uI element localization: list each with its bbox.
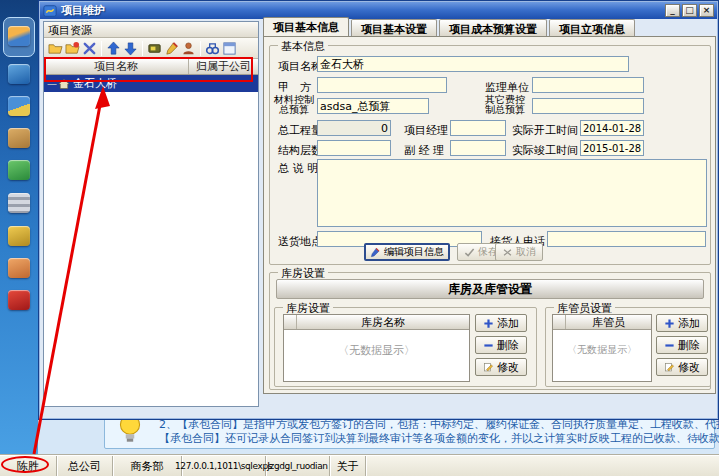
move-down-icon[interactable] <box>122 40 139 57</box>
tab-content-basic-info: 基本信息 项目名称* 甲 方 监理单位 材料控制总预算 其它费控制总预算 总工程… <box>263 36 716 394</box>
cancel-x-icon <box>502 247 513 258</box>
close-button[interactable]: × <box>699 4 714 17</box>
tag-icon[interactable] <box>146 40 163 57</box>
keeper-modify-button[interactable]: 修改 <box>656 358 708 376</box>
end-date-input[interactable] <box>580 140 644 156</box>
description-textarea[interactable] <box>317 159 707 227</box>
status-bar: 陈胜 总公司 商务部 127.0.0.1,1011\sqlexps Jzgdgl… <box>0 455 719 476</box>
basic-info-group-title: 基本信息 <box>278 39 328 54</box>
start-date-input[interactable] <box>580 120 644 136</box>
floors-input[interactable] <box>317 140 391 156</box>
cancel-button: 取消 <box>495 243 543 261</box>
cash-icon[interactable] <box>8 160 30 180</box>
receiver-phone-input[interactable] <box>547 231 706 247</box>
keeper-grid-header: 库管员 <box>553 315 651 330</box>
open-folder-icon[interactable] <box>47 40 64 57</box>
minimize-button[interactable]: _ <box>665 4 680 17</box>
tab-basic-settings[interactable]: 项目基本设置 <box>351 19 437 36</box>
package-icon[interactable] <box>8 128 30 148</box>
save-check-icon <box>464 247 475 258</box>
edit-pen-icon <box>370 247 381 258</box>
solar-panel-icon[interactable] <box>8 96 30 116</box>
supervisor-input[interactable] <box>532 77 644 93</box>
keeper-add-button[interactable]: 添加 <box>656 314 708 332</box>
toolbar-separator <box>200 41 201 56</box>
toolbar-separator <box>142 41 143 56</box>
party-a-label: 甲 方 <box>278 80 311 95</box>
project-manager-label: 项目经理 <box>404 123 448 138</box>
material-budget-label: 材料控制总预算 <box>274 95 314 115</box>
minus-icon <box>483 340 494 351</box>
list-icon[interactable] <box>8 193 30 213</box>
store-column-header[interactable]: 库房名称 <box>297 315 469 329</box>
window-title: 项目维护 <box>61 3 105 18</box>
party-a-input[interactable] <box>317 77 447 93</box>
preview-icon[interactable] <box>221 40 238 57</box>
total-quantity-label: 总工程量 <box>278 123 322 138</box>
store-grid-header: 库房名称 <box>284 315 469 330</box>
store-settings-group: 库房设置 库房名称 〈无数据显示〉 添加 删除 <box>274 307 537 387</box>
modify-icon <box>483 362 494 373</box>
worker-icon[interactable] <box>8 26 30 46</box>
deputy-manager-input[interactable] <box>450 140 506 156</box>
tab-strip: 项目基本信息 项目基本设置 项目成本预算设置 项目立项信息 <box>263 17 637 36</box>
store-modify-button[interactable]: 修改 <box>475 358 527 376</box>
modify-icon <box>664 362 675 373</box>
window-icon <box>43 4 57 18</box>
toolbox-icon[interactable] <box>8 290 30 310</box>
material-budget-input[interactable] <box>317 98 429 114</box>
move-up-icon[interactable] <box>105 40 122 57</box>
other-budget-input[interactable] <box>532 98 644 114</box>
description-label: 总 说 明 <box>278 161 318 176</box>
tab-basic-info[interactable]: 项目基本信息 <box>263 17 349 36</box>
keeper-column-header[interactable]: 库管员 <box>566 315 651 329</box>
minus-icon <box>664 340 675 351</box>
tab-cost-budget-settings[interactable]: 项目成本预算设置 <box>439 19 547 36</box>
edit-project-button[interactable]: 编辑项目信息 <box>364 243 450 261</box>
tree-empty-area[interactable] <box>44 92 258 406</box>
keeper-empty-message: 〈无数据显示〉 <box>553 343 651 357</box>
tree-toolbar <box>44 38 258 59</box>
users-icon[interactable] <box>180 40 197 57</box>
keeper-delete-button[interactable]: 删除 <box>656 336 708 354</box>
row-indicator-cell <box>284 315 297 329</box>
warehouse-banner: 库房及库管设置 <box>276 279 704 299</box>
detail-panel: 项目基本信息 项目基本设置 项目成本预算设置 项目立项信息 基本信息 项目名称*… <box>263 17 716 413</box>
nav-arrow-icon[interactable] <box>8 64 30 84</box>
toolbar-separator <box>101 41 102 56</box>
project-name-input[interactable] <box>317 56 629 72</box>
app-sidebar <box>0 0 38 455</box>
panel-caption: 项目资源 <box>44 22 258 38</box>
other-budget-label: 其它费控制总预算 <box>485 95 525 115</box>
supervisor-label: 监理单位 <box>485 80 529 95</box>
annotation-ellipse <box>1 456 49 473</box>
status-database: Jzgdgl_ruodian <box>266 456 330 476</box>
keeper-grid[interactable]: 库管员 〈无数据显示〉 <box>552 314 652 382</box>
project-manager-input[interactable] <box>450 120 506 136</box>
search-icon[interactable] <box>204 40 221 57</box>
end-date-label: 实际竣工时间 <box>512 143 578 158</box>
status-department: 商务部 <box>113 456 182 476</box>
maximize-button[interactable]: □ <box>682 4 697 17</box>
store-grid[interactable]: 库房名称 〈无数据显示〉 <box>283 314 470 382</box>
annotation-rectangle <box>44 57 253 82</box>
screen: 2、【承包合同】是指甲方或发包方签订的合同，包括：中标约定、履约保证金、合同执行… <box>0 0 719 476</box>
plus-icon <box>483 318 494 329</box>
store-add-button[interactable]: 添加 <box>475 314 527 332</box>
delete-icon[interactable] <box>81 40 98 57</box>
status-filler <box>366 456 719 476</box>
delivery-place-label: 送货地点 <box>278 234 322 249</box>
pen-icon[interactable] <box>163 40 180 57</box>
status-server: 127.0.0.1,1011\sqlexps <box>182 456 266 476</box>
store-empty-message: 〈无数据显示〉 <box>284 343 469 358</box>
tab-project-approval[interactable]: 项目立项信息 <box>549 19 635 36</box>
person-icon[interactable] <box>8 258 30 278</box>
status-about[interactable]: 关于 <box>330 456 366 476</box>
keeper-settings-group: 库管员设置 库管员 〈无数据显示〉 添加 删除 <box>545 307 711 387</box>
deputy-manager-label: 副 经 理 <box>404 143 444 158</box>
edit-folder-icon[interactable] <box>64 40 81 57</box>
coins-icon[interactable] <box>8 226 30 246</box>
row-indicator-cell <box>553 315 566 329</box>
floors-label: 结构层数 <box>278 143 322 158</box>
store-delete-button[interactable]: 删除 <box>475 336 527 354</box>
